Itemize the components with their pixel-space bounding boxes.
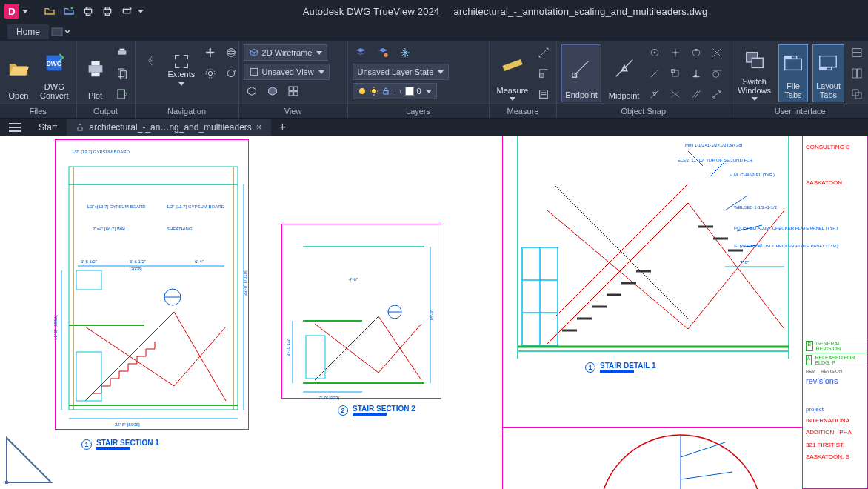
tb-proj4: SASKATOON, S	[803, 450, 867, 464]
open-label: Open	[9, 91, 29, 101]
dwg-convert-button[interactable]: DWG DWG Convert	[37, 44, 72, 102]
svg-rect-14	[119, 49, 124, 51]
svg-text:6'-5 1/2": 6'-5 1/2"	[81, 259, 97, 264]
osnap-parallel-button[interactable]	[688, 86, 704, 102]
distance-button[interactable]	[535, 44, 552, 61]
measure-caret[interactable]	[510, 97, 515, 101]
app-menu-caret[interactable]	[22, 10, 28, 13]
svg-rect-24	[250, 68, 257, 75]
extents-caret[interactable]	[178, 82, 184, 86]
osnap-none-button[interactable]	[709, 86, 725, 102]
tab-current-file[interactable]: architectural_-_an…ng_and_multileaders ×	[67, 119, 271, 136]
sheet2-title-text: STAIR SECTION 2	[353, 405, 415, 413]
tab-start[interactable]: Start	[30, 119, 67, 136]
switch-windows-button[interactable]: Switch Windows	[735, 44, 774, 102]
folder-open-icon	[7, 57, 30, 79]
page-setup-button[interactable]	[114, 65, 130, 82]
midpoint-icon	[613, 57, 635, 79]
open-button[interactable]: Open	[4, 44, 33, 102]
lightbulb-on-icon	[358, 87, 367, 96]
osnap-insertion-button[interactable]	[667, 65, 684, 82]
osnap-center-button[interactable]	[647, 44, 663, 61]
export-button[interactable]	[114, 86, 130, 102]
open-icon[interactable]	[41, 3, 58, 19]
orbit-button[interactable]	[223, 44, 239, 61]
pan-button[interactable]	[202, 44, 218, 61]
publish-icon[interactable]	[118, 3, 135, 19]
panel-output-title: Output	[77, 103, 135, 118]
visual-style-caret	[316, 51, 322, 55]
zoom-extents-button[interactable]: Extents	[165, 52, 198, 87]
osnap-apparent-button[interactable]	[667, 86, 684, 102]
file-tabs-toggle[interactable]: File Tabs	[778, 44, 808, 102]
new-tab-button[interactable]: +	[271, 119, 293, 136]
switch-windows-label: Switch Windows	[738, 77, 771, 96]
batch-standards-icon[interactable]	[61, 3, 77, 19]
printer-icon	[84, 57, 107, 79]
viewport-new-button[interactable]	[285, 83, 301, 99]
layer-off-button[interactable]	[353, 44, 369, 61]
sheet3-number: 1	[585, 362, 595, 373]
tb-rev-a-letter: A	[806, 355, 812, 365]
svg-rect-1	[86, 7, 90, 10]
tab-start-label: Start	[39, 122, 57, 133]
svg-rect-36	[384, 91, 388, 95]
osnap-extension-button[interactable]	[647, 65, 663, 82]
layout-tabs-toggle[interactable]: Layout Tabs	[812, 44, 844, 102]
list-button[interactable]	[535, 86, 552, 102]
panel-files: Open DWG DWG Convert Files	[0, 41, 77, 118]
svg-text:6'-6 1/2": 6'-6 1/2"	[130, 259, 146, 264]
panel-nav-title: Navigation	[136, 103, 238, 118]
svg-rect-4	[105, 7, 109, 10]
osnap-perpendicular-button[interactable]	[688, 65, 704, 82]
orbit-free-button[interactable]	[202, 65, 218, 82]
area-button[interactable]	[535, 65, 552, 82]
tile-vertical-button[interactable]	[849, 65, 865, 82]
batch-plot-button[interactable]	[114, 44, 130, 61]
sheet1-title-text: STAIR SECTION 1	[96, 439, 159, 447]
svg-rect-10	[88, 65, 102, 72]
svg-rect-16	[120, 71, 126, 79]
layer-isolate-button[interactable]	[375, 44, 391, 61]
osnap-nearest-button[interactable]	[647, 86, 663, 102]
drawings-menu-button[interactable]	[0, 119, 30, 136]
svg-rect-76	[852, 49, 861, 53]
layer-dropdown[interactable]: 0	[353, 83, 437, 99]
plot-icon[interactable]	[80, 3, 96, 19]
batch-plot-icon[interactable]	[99, 3, 116, 19]
osnap-intersection-button[interactable]	[709, 44, 725, 61]
osnap-quadrant-button[interactable]	[688, 44, 704, 61]
qat-overflow-caret[interactable]	[138, 10, 144, 13]
endpoint-icon	[570, 57, 592, 79]
nav-back-button[interactable]	[140, 44, 161, 77]
osnap-tangent-button[interactable]	[709, 65, 725, 82]
layer-freeze-button[interactable]	[397, 44, 413, 61]
viewport-config-button[interactable]	[264, 83, 281, 99]
named-view-dropdown[interactable]: Unsaved View	[244, 64, 330, 80]
plot-button[interactable]: Plot	[81, 44, 110, 102]
tab-close-button[interactable]: ×	[256, 122, 262, 133]
svg-text:1/2" [12.7] GYPSUM BOARD: 1/2" [12.7] GYPSUM BOARD	[72, 150, 130, 154]
measure-button[interactable]: Measure	[494, 44, 532, 102]
visual-style-dropdown[interactable]: 2D Wireframe	[244, 44, 328, 61]
panel-measure: Measure Measure	[490, 41, 558, 118]
osnap-midpoint-button[interactable]: Midpoint	[606, 44, 643, 102]
tile-horizontal-button[interactable]	[849, 44, 865, 61]
panel-visibility-dropdown[interactable]	[55, 26, 67, 38]
svg-rect-74	[820, 67, 826, 70]
svg-text:16'-3": 16'-3"	[430, 310, 434, 321]
tab-home[interactable]: Home	[7, 24, 49, 39]
tb-project-label: project	[803, 405, 867, 414]
view-manager-button[interactable]	[244, 83, 260, 99]
svg-point-31	[372, 89, 376, 93]
cascade-button[interactable]	[849, 86, 865, 102]
orbit-continuous-button[interactable]	[223, 65, 239, 82]
layer-state-dropdown[interactable]: Unsaved Layer State	[353, 64, 450, 80]
osnap-endpoint-button[interactable]: Endpoint	[561, 44, 601, 102]
layer-state-caret	[438, 70, 444, 74]
drawing-canvas[interactable]: 1/2" [12.7] GYPSUM BOARD 1/2"×[12.7] GYP…	[0, 136, 868, 489]
sheet3-title-text: STAIR DETAIL 1	[600, 362, 656, 370]
switch-windows-caret[interactable]	[752, 97, 758, 101]
svg-text:ELEV. 11'-10"  TOP OF SECOND F: ELEV. 11'-10" TOP OF SECOND FLR.	[678, 158, 754, 162]
osnap-node-button[interactable]	[667, 44, 684, 61]
